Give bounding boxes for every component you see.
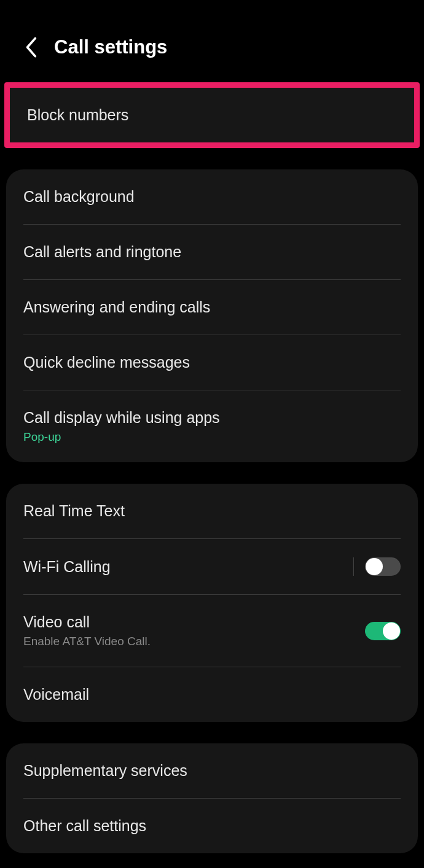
list-item-content: Call display while using appsPop-up	[23, 409, 401, 444]
list-item-label: Call display while using apps	[23, 409, 401, 427]
list-item-block-numbers[interactable]: Block numbers	[10, 88, 414, 142]
back-button[interactable]	[17, 34, 44, 61]
toggle-switch[interactable]	[365, 557, 401, 576]
toggle-container	[365, 622, 401, 640]
list-item-content: Other call settings	[23, 817, 401, 835]
list-item[interactable]: Quick decline messages	[6, 335, 418, 390]
list-item[interactable]: Other call settings	[6, 799, 418, 853]
list-item-subtitle: Enable AT&T Video Call.	[23, 635, 365, 648]
settings-group: Real Time TextWi-Fi CallingVideo callEna…	[6, 484, 418, 722]
settings-group: Call backgroundCall alerts and ringtoneA…	[6, 169, 418, 462]
page-title: Call settings	[54, 36, 167, 58]
list-item-content: Real Time Text	[23, 502, 401, 520]
list-item[interactable]: Call background	[6, 169, 418, 224]
toggle-knob	[366, 558, 383, 575]
list-item-content: Call background	[23, 188, 401, 206]
list-item-label: Wi-Fi Calling	[23, 558, 353, 576]
list-item-content: Answering and ending calls	[23, 298, 401, 316]
settings-group: Supplementary servicesOther call setting…	[6, 743, 418, 853]
list-item[interactable]: Answering and ending calls	[6, 280, 418, 335]
list-item[interactable]: Voicemail	[6, 667, 418, 722]
list-item-label: Call background	[23, 188, 401, 206]
list-item-label: Real Time Text	[23, 502, 401, 520]
list-item-label: Call alerts and ringtone	[23, 243, 401, 261]
list-item-content: Call alerts and ringtone	[23, 243, 401, 261]
list-item-content: Video callEnable AT&T Video Call.	[23, 613, 365, 648]
chevron-left-icon	[24, 36, 37, 59]
list-item[interactable]: Call alerts and ringtone	[6, 225, 418, 279]
list-item-content: Supplementary services	[23, 762, 401, 780]
list-item-content: Voicemail	[23, 686, 401, 703]
list-item-label: Video call	[23, 613, 365, 631]
vertical-divider	[353, 557, 354, 576]
list-item-label: Supplementary services	[23, 762, 401, 780]
list-item-label: Answering and ending calls	[23, 298, 401, 316]
list-item-content: Quick decline messages	[23, 354, 401, 371]
block-numbers-highlight: Block numbers	[4, 82, 420, 148]
toggle-knob	[383, 622, 400, 640]
list-item-content: Wi-Fi Calling	[23, 558, 353, 576]
toggle-container	[353, 557, 401, 576]
list-item[interactable]: Supplementary services	[6, 743, 418, 798]
list-item-label: Quick decline messages	[23, 354, 401, 371]
list-item-label: Voicemail	[23, 686, 401, 703]
toggle-switch[interactable]	[365, 622, 401, 640]
list-item-label: Other call settings	[23, 817, 401, 835]
list-item[interactable]: Call display while using appsPop-up	[6, 390, 418, 462]
list-item[interactable]: Wi-Fi Calling	[6, 539, 418, 594]
list-item-subtitle: Pop-up	[23, 430, 401, 444]
list-item[interactable]: Video callEnable AT&T Video Call.	[6, 595, 418, 667]
list-item[interactable]: Real Time Text	[6, 484, 418, 538]
header: Call settings	[0, 0, 424, 79]
list-item-label: Block numbers	[27, 106, 128, 124]
